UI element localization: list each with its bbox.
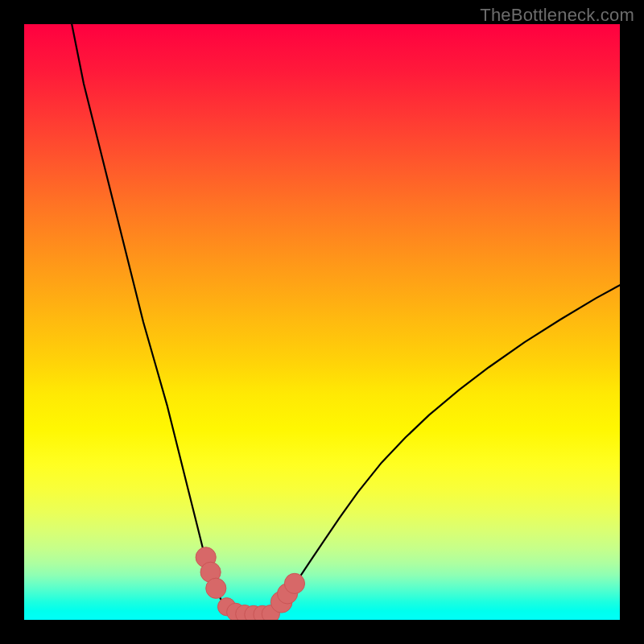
data-marker: [206, 578, 226, 598]
watermark-text: TheBottleneck.com: [480, 5, 634, 26]
v-curve-path: [72, 24, 620, 614]
curve-layer: [24, 24, 620, 620]
marker-group: [196, 547, 304, 620]
chart-frame: TheBottleneck.com: [0, 0, 644, 644]
data-marker: [284, 573, 304, 593]
plot-area: [24, 24, 620, 620]
